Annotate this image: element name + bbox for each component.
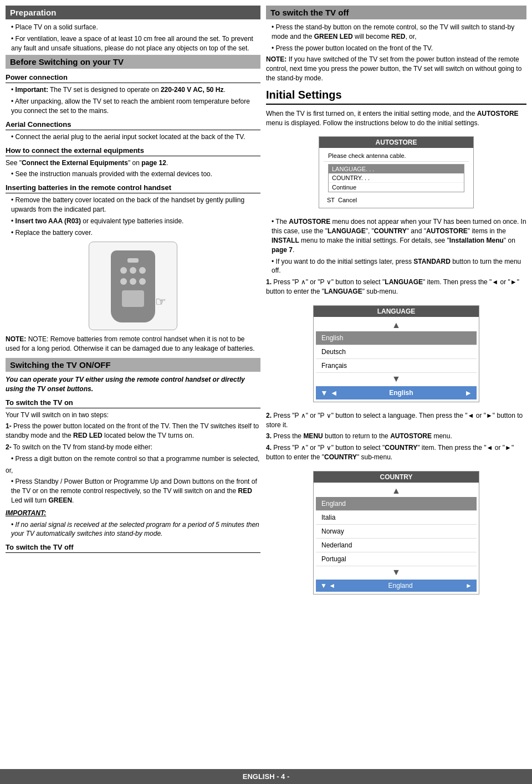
country-menu-container: COUNTRY ▲ England Italia Norway Nederlan… xyxy=(266,467,526,599)
country-box: COUNTRY ▲ England Italia Norway Nederlan… xyxy=(313,471,479,595)
switching-header: Switching the TV ON/OFF xyxy=(6,358,260,372)
autostore-country: COUNTRY. . . xyxy=(329,173,464,183)
before-switching-header: Before Switching on your TV xyxy=(6,55,260,69)
switch-on-sub: To switch the TV on xyxy=(6,398,260,408)
lang-bar-left-arrow: ▼ ◄ xyxy=(320,388,338,397)
language-title: LANGUAGE xyxy=(314,306,479,317)
country-bar: ▼ ◄ England ► xyxy=(316,580,477,592)
remote-body: ☞ xyxy=(111,250,155,322)
important-note: If no aerial signal is received at the s… xyxy=(6,520,260,539)
step1: 1. Press "P ∧" or "P ∨" button to select… xyxy=(266,278,526,296)
switch-on-2b: Press Standby / Power Button or Programm… xyxy=(6,477,260,505)
remote-btn-sm-5 xyxy=(130,278,136,285)
content-area: Preparation Place TV on a solid surface.… xyxy=(0,0,532,769)
lang-item-english: English xyxy=(316,331,477,345)
country-item-italia: Italia xyxy=(316,511,477,525)
autostore-menu-container: AUTOSTORE Please check antenna cable. LA… xyxy=(266,132,526,213)
remote-btn-1 xyxy=(127,258,139,263)
initial-b2: If you want to do the initial settings l… xyxy=(266,257,526,276)
left-column: Preparation Place TV on a solid surface.… xyxy=(6,6,260,763)
switch-off-sub-right: To switch the TV off xyxy=(266,6,526,19)
prep-p2: For ventilation, leave a space of at lea… xyxy=(6,34,260,53)
remote-btn-sm-4 xyxy=(120,278,127,285)
preparation-header: Preparation xyxy=(6,6,260,19)
country-bar-left-arrow: ▼ ◄ xyxy=(320,582,335,590)
autostore-cancel-row: ST Cancel xyxy=(324,194,469,206)
autostore-box: AUTOSTORE Please check antenna cable. LA… xyxy=(319,136,474,208)
switch-off-sub-left: To switch the TV off xyxy=(6,543,260,553)
country-scroll-down-icon: ▼ xyxy=(316,567,477,577)
country-item-norway: Norway xyxy=(316,525,477,539)
power-important: Important: The TV set is designed to ope… xyxy=(6,85,260,95)
aerial-sub: Aerial Connections xyxy=(6,120,260,130)
country-item-portugal: Portugal xyxy=(316,552,477,566)
remote-btn-row-1 xyxy=(111,265,155,276)
country-bar-value: England xyxy=(388,582,413,590)
power-connection-sub: Power connection xyxy=(6,73,260,83)
switch-on-1: 1- Press the power button located on the… xyxy=(6,422,260,440)
autostore-st: ST xyxy=(327,197,335,203)
switch-off-b1: Press the stand-by button on the remote … xyxy=(266,23,526,42)
country-item-england: England xyxy=(316,497,477,511)
autostore-note: Please check antenna cable. xyxy=(324,150,469,162)
how-connect-bullet: See the instruction manuals provided wit… xyxy=(6,170,260,179)
switch-off-note: NOTE: If you have switched of the TV set… xyxy=(266,55,526,83)
initial-b1: The AUTOSTORE menu does not appear when … xyxy=(266,217,526,254)
lang-bar-value: English xyxy=(338,389,465,397)
lang-bar-right-arrow: ► xyxy=(464,388,472,397)
remote-btn-sm-2 xyxy=(130,267,136,274)
page: Preparation Place TV on a solid surface.… xyxy=(0,0,532,784)
remote-btn-sm-3 xyxy=(139,267,146,274)
remote-btn-sm-1 xyxy=(120,267,127,274)
country-body: ▲ England Italia Norway Nederland Portug… xyxy=(314,483,479,594)
switch-off-b2: Press the power button located on the fr… xyxy=(266,44,526,53)
switch-on-2: 2- To switch on the TV from stand-by mod… xyxy=(6,443,260,452)
aerial-bullet: Connect the aerial plug to the aerial in… xyxy=(6,132,260,142)
remote-image: ☞ xyxy=(89,242,177,330)
step3: 3. Press the MENU button to return to th… xyxy=(266,432,526,441)
page-footer: ENGLISH - 4 - xyxy=(0,769,532,784)
lang-item-deutsch: Deutsch xyxy=(316,345,477,359)
step2: 2. Press "P ∧" or "P ∨" button to select… xyxy=(266,411,526,430)
switching-intro: You can operate your TV either using the… xyxy=(6,375,260,394)
autostore-title: AUTOSTORE xyxy=(319,137,473,148)
initial-p1: When the TV is first turned on, it enter… xyxy=(266,109,526,128)
inserting-b3: Replace the battery cover. xyxy=(6,228,260,238)
how-connect-p1: See "Connect the External Equipments" on… xyxy=(6,158,260,168)
country-scroll-up-icon: ▲ xyxy=(316,486,477,496)
remote-btn-2 xyxy=(122,290,144,307)
inserting-sub: Inserting batteries in the remote contro… xyxy=(6,183,260,193)
scroll-down-icon: ▼ xyxy=(316,374,477,384)
autostore-submenu: LANGUAGE. . . COUNTRY. . . Continue xyxy=(328,164,464,192)
language-body: ▲ English Deutsch Français ▼ ▼ ◄ English… xyxy=(314,317,479,402)
autostore-cancel: Cancel xyxy=(338,197,357,203)
power-bullet: After unpacking, allow the TV set to rea… xyxy=(6,97,260,116)
step4: 4. Press "P ∧" or "P ∨" button to select… xyxy=(266,443,526,462)
country-title: COUNTRY xyxy=(314,472,479,483)
prep-p1: Place TV on a solid surface. xyxy=(6,23,260,32)
autostore-continue: Continue xyxy=(329,183,464,192)
inserting-b1: Remove the battery cover located on the … xyxy=(6,196,260,214)
lang-item-francais: Français xyxy=(316,359,477,373)
remote-btn-sm-6 xyxy=(139,278,146,285)
inserting-b2: Insert two AAA (R03) or equivalent type … xyxy=(6,217,260,226)
autostore-language: LANGUAGE. . . xyxy=(329,165,464,173)
hand-icon: ☞ xyxy=(155,295,166,309)
switch-on-p1: Your TV will switch on in two steps: xyxy=(6,411,260,420)
important-label: IMPORTANT: xyxy=(6,509,260,518)
right-column: To switch the TV off Press the stand-by … xyxy=(266,6,526,763)
scroll-up-icon: ▲ xyxy=(316,320,477,330)
initial-header: Initial Settings xyxy=(266,89,526,105)
remote-btn-row-2 xyxy=(111,276,155,287)
how-connect-sub: How to connect the external equipments xyxy=(6,146,260,156)
country-item-nederland: Nederland xyxy=(316,539,477,552)
autostore-body: Please check antenna cable. LANGUAGE. . … xyxy=(319,148,473,208)
language-menu-container: LANGUAGE ▲ English Deutsch Français ▼ ▼ … xyxy=(266,301,526,407)
country-bar-right-arrow: ► xyxy=(466,582,472,590)
note-batteries: NOTE: NOTE: Remove batteries from remote… xyxy=(6,335,260,353)
language-box: LANGUAGE ▲ English Deutsch Français ▼ ▼ … xyxy=(313,305,479,402)
switch-on-2a: Press a digit button on the remote contr… xyxy=(6,454,260,464)
switch-on-or: or, xyxy=(6,466,260,475)
language-bar: ▼ ◄ English ► xyxy=(316,386,477,399)
